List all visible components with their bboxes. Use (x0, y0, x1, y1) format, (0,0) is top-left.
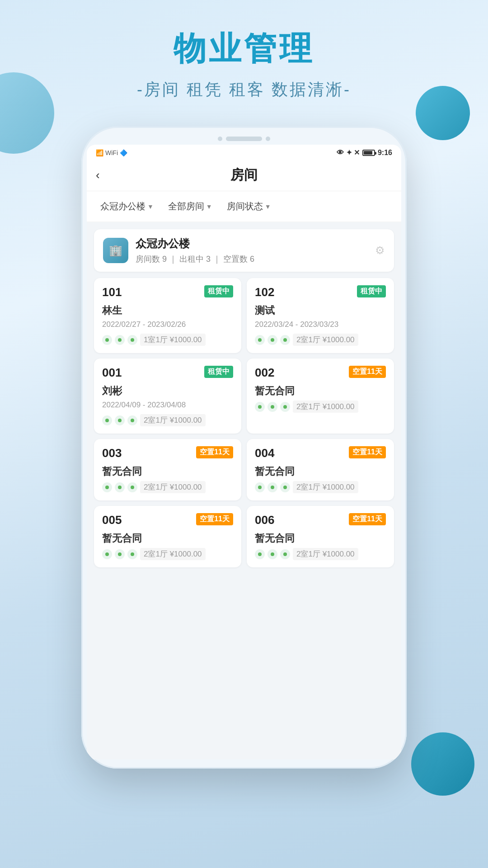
room-card[interactable]: 003 空置11天 暂无合同 2室1厅 ¥1000.00 (94, 439, 241, 500)
tag-circle-2 (115, 415, 125, 425)
room-tenant: 刘彬 (102, 384, 233, 398)
room-number: 005 (102, 513, 122, 527)
page-title: 物业管理 (0, 27, 488, 71)
battery-icon (362, 150, 375, 156)
dot-icon (283, 486, 287, 489)
tag-circle-2 (267, 482, 277, 492)
room-tenant: 暂无合同 (102, 532, 233, 545)
room-spec: 2室1厅 ¥1000.00 (293, 401, 358, 413)
room-spec: 1室1厅 ¥1000.00 (140, 334, 206, 346)
dot-icon (271, 486, 274, 489)
room-number: 101 (102, 285, 122, 299)
dot-icon (105, 486, 109, 489)
tag-circle-3 (127, 335, 137, 345)
tag-circle-3 (280, 549, 290, 559)
room-number: 001 (102, 366, 122, 380)
room-number: 002 (255, 366, 274, 380)
content-area: 🏢 众冠办公楼 房间数 9 ｜ 出租中 3 ｜ 空置数 6 ⚙ 101 租赁中 … (87, 222, 401, 760)
room-number: 003 (102, 446, 122, 460)
dot-icon (283, 552, 287, 556)
dot-icon (118, 338, 122, 342)
property-avatar: 🏢 (103, 238, 128, 263)
filter-rooms[interactable]: 全部房间 ▼ (164, 198, 217, 215)
tag-circle-3 (127, 549, 137, 559)
room-status-badge: 租赁中 (204, 366, 233, 378)
filter-status[interactable]: 房间状态 ▼ (222, 198, 276, 215)
filter-building-arrow: ▼ (147, 203, 154, 210)
room-number: 004 (255, 446, 274, 460)
dot-icon (283, 405, 287, 409)
dot-icon (283, 338, 287, 342)
dot-icon (118, 486, 122, 489)
tag-circle-3 (280, 335, 290, 345)
room-spec: 2室1厅 ¥1000.00 (293, 548, 358, 560)
room-tags: 2室1厅 ¥1000.00 (255, 481, 386, 493)
property-card[interactable]: 🏢 众冠办公楼 房间数 9 ｜ 出租中 3 ｜ 空置数 6 ⚙ (94, 229, 394, 272)
gear-icon[interactable]: ⚙ (375, 244, 385, 257)
room-tags: 2室1厅 ¥1000.00 (255, 334, 386, 346)
filter-bar: 众冠办公楼 ▼ 全部房间 ▼ 房间状态 ▼ (87, 191, 401, 222)
tag-circle-1 (102, 415, 112, 425)
dot-icon (131, 552, 134, 556)
blob-decoration-right (416, 86, 470, 140)
status-right: 👁 ✦ ✕ 9:16 (337, 148, 392, 157)
room-header: 102 租赁中 (255, 285, 386, 299)
tag-circle-1 (102, 482, 112, 492)
dot-icon (105, 552, 109, 556)
wifi-icon: WiFi (105, 149, 118, 156)
room-number: 102 (255, 285, 274, 299)
room-tenant: 暂无合同 (102, 465, 233, 478)
room-spec: 2室1厅 ¥1000.00 (140, 548, 206, 560)
tag-circle-1 (255, 549, 265, 559)
room-date: 2022/02/27 - 2023/02/26 (102, 320, 233, 329)
tag-circle-2 (115, 549, 125, 559)
property-info: 众冠办公楼 房间数 9 ｜ 出租中 3 ｜ 空置数 6 (136, 236, 368, 264)
room-header: 003 空置11天 (102, 446, 233, 460)
room-tags: 2室1厅 ¥1000.00 (255, 401, 386, 413)
tag-circle-3 (127, 415, 137, 425)
room-card[interactable]: 102 租赁中 测试 2022/03/24 - 2023/03/23 2室1厅 … (247, 278, 394, 353)
room-status-badge: 空置11天 (349, 366, 386, 378)
status-time: 9:16 (378, 149, 392, 157)
property-avatar-icon: 🏢 (109, 244, 122, 257)
room-header: 006 空置11天 (255, 513, 386, 527)
room-card[interactable]: 005 空置11天 暂无合同 2室1厅 ¥1000.00 (94, 506, 241, 567)
tag-circle-2 (115, 482, 125, 492)
room-tags: 2室1厅 ¥1000.00 (255, 548, 386, 560)
room-card[interactable]: 101 租赁中 林生 2022/02/27 - 2023/02/26 1室1厅 … (94, 278, 241, 353)
room-spec: 2室1厅 ¥1000.00 (293, 481, 358, 493)
room-card[interactable]: 001 租赁中 刘彬 2022/04/09 - 2023/04/08 2室1厅 … (94, 359, 241, 434)
room-header: 005 空置11天 (102, 513, 233, 527)
room-status-badge: 租赁中 (204, 285, 233, 297)
filter-status-label: 房间状态 (227, 200, 263, 212)
back-button[interactable]: ‹ (96, 168, 100, 182)
status-bar: 📶 WiFi 🔷 👁 ✦ ✕ 9:16 (87, 145, 401, 160)
notch-dot-2 (266, 137, 270, 141)
room-tenant: 测试 (255, 304, 386, 317)
tag-circle-1 (102, 335, 112, 345)
room-tags: 2室1厅 ¥1000.00 (102, 481, 233, 493)
tag-circle-1 (255, 402, 265, 412)
property-name: 众冠办公楼 (136, 236, 368, 251)
room-date: 2022/03/24 - 2023/03/23 (255, 320, 386, 329)
room-status-badge: 空置11天 (349, 446, 386, 458)
room-tenant: 暂无合同 (255, 384, 386, 398)
tag-circle-1 (255, 482, 265, 492)
room-status-badge: 空置11天 (349, 513, 386, 525)
tag-circle-2 (115, 335, 125, 345)
room-card[interactable]: 006 空置11天 暂无合同 2室1厅 ¥1000.00 (247, 506, 394, 567)
tag-circle-3 (127, 482, 137, 492)
nav-bar: ‹ 房间 (87, 160, 401, 191)
dot-icon (118, 419, 122, 422)
room-card[interactable]: 004 空置11天 暂无合同 2室1厅 ¥1000.00 (247, 439, 394, 500)
dot-icon (258, 338, 262, 342)
phone-mockup: 📶 WiFi 🔷 👁 ✦ ✕ 9:16 ‹ 房间 众冠办公楼 ▼ (81, 127, 407, 769)
status-left-icons: 📶 WiFi 🔷 (96, 149, 127, 156)
room-card[interactable]: 002 空置11天 暂无合同 2室1厅 ¥1000.00 (247, 359, 394, 434)
filter-building[interactable]: 众冠办公楼 ▼ (96, 198, 158, 215)
room-number: 006 (255, 513, 274, 527)
tag-circle-3 (280, 482, 290, 492)
signal-icon: 📶 (96, 149, 103, 156)
room-status-badge: 空置11天 (196, 513, 233, 525)
tag-circle-2 (267, 335, 277, 345)
